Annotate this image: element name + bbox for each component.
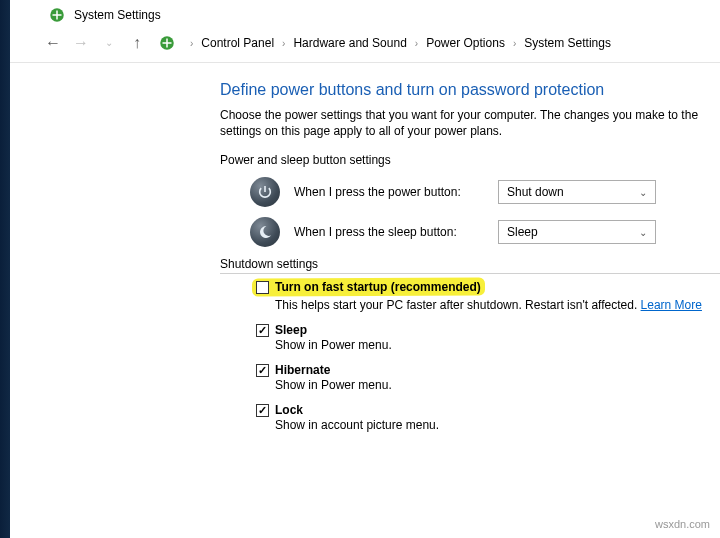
recent-locations-button[interactable]: ⌄ [98, 32, 120, 54]
sleep-desc: Show in Power menu. [275, 337, 720, 353]
section-shutdown-heading: Shutdown settings [220, 257, 720, 274]
fast-startup-desc: This helps start your PC faster after sh… [275, 297, 720, 313]
lock-checkbox[interactable] [256, 404, 269, 417]
sleep-button-label: When I press the sleep button: [294, 225, 484, 239]
window-edge [0, 0, 10, 538]
breadcrumb-icon [158, 34, 176, 52]
navbar: ← → ⌄ ↑ › Control Panel › Hardware and S… [0, 28, 720, 63]
hibernate-option: Hibernate Show in Power menu. [256, 363, 720, 393]
back-button[interactable]: ← [42, 32, 64, 54]
sleep-checkbox[interactable] [256, 324, 269, 337]
content-area: Define power buttons and turn on passwor… [0, 63, 720, 434]
lock-option: Lock Show in account picture menu. [256, 403, 720, 433]
breadcrumb[interactable]: › Control Panel › Hardware and Sound › P… [186, 36, 611, 50]
breadcrumb-system-settings[interactable]: System Settings [524, 36, 611, 50]
hibernate-label: Hibernate [275, 363, 330, 377]
forward-button[interactable]: → [70, 32, 92, 54]
sleep-button-value: Sleep [507, 225, 538, 239]
section-power-sleep-heading: Power and sleep button settings [220, 153, 720, 167]
learn-more-link[interactable]: Learn More [641, 298, 702, 312]
fast-startup-option: Turn on fast startup (recommended) This … [256, 280, 720, 313]
power-button-value: Shut down [507, 185, 564, 199]
power-options-icon [48, 6, 66, 24]
chevron-down-icon: ⌄ [639, 187, 647, 198]
hibernate-checkbox[interactable] [256, 364, 269, 377]
fast-startup-label: Turn on fast startup (recommended) [275, 280, 481, 294]
fast-startup-checkbox[interactable] [256, 281, 269, 294]
sleep-label: Sleep [275, 323, 307, 337]
power-button-select[interactable]: Shut down ⌄ [498, 180, 656, 204]
chevron-right-icon[interactable]: › [278, 38, 289, 49]
lock-desc: Show in account picture menu. [275, 417, 720, 433]
sleep-icon [250, 217, 280, 247]
hibernate-desc: Show in Power menu. [275, 377, 720, 393]
power-button-row: When I press the power button: Shut down… [250, 177, 720, 207]
lock-label: Lock [275, 403, 303, 417]
watermark: wsxdn.com [655, 518, 710, 530]
power-button-label: When I press the power button: [294, 185, 484, 199]
breadcrumb-control-panel[interactable]: Control Panel [201, 36, 274, 50]
chevron-down-icon: ⌄ [639, 227, 647, 238]
breadcrumb-hardware-sound[interactable]: Hardware and Sound [293, 36, 406, 50]
titlebar: System Settings [0, 0, 720, 28]
chevron-right-icon[interactable]: › [509, 38, 520, 49]
svg-rect-2 [56, 11, 58, 20]
up-button[interactable]: ↑ [126, 32, 148, 54]
chevron-right-icon[interactable]: › [186, 38, 197, 49]
svg-rect-5 [166, 39, 168, 48]
chevron-right-icon[interactable]: › [411, 38, 422, 49]
sleep-button-row: When I press the sleep button: Sleep ⌄ [250, 217, 720, 247]
page-title: Define power buttons and turn on passwor… [220, 81, 720, 99]
breadcrumb-power-options[interactable]: Power Options [426, 36, 505, 50]
window-title: System Settings [74, 8, 161, 22]
sleep-option: Sleep Show in Power menu. [256, 323, 720, 353]
power-icon [250, 177, 280, 207]
sleep-button-select[interactable]: Sleep ⌄ [498, 220, 656, 244]
page-description: Choose the power settings that you want … [220, 107, 720, 139]
